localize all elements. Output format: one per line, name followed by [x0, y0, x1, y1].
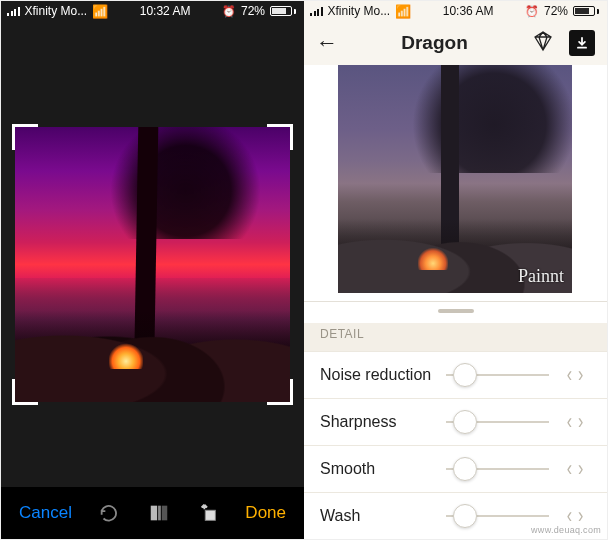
- phone-left: Xfinity Mo... 📶 10:32 AM ⏰ 72%: [1, 1, 304, 539]
- watermark-label: Painnt: [518, 266, 564, 287]
- crop-handle-tr[interactable]: [267, 124, 293, 150]
- crop-handle-tl[interactable]: [12, 124, 38, 150]
- signal-bars-icon: [7, 6, 20, 16]
- cancel-button[interactable]: Cancel: [19, 503, 72, 523]
- undo-icon[interactable]: [97, 501, 121, 525]
- slider-label: Wash: [320, 507, 440, 525]
- value-stepper[interactable]: ‹›: [555, 460, 595, 478]
- download-button[interactable]: [569, 30, 595, 56]
- slider-row-sharpness: Sharpness‹›: [304, 398, 607, 445]
- status-bar: Xfinity Mo... 📶 10:32 AM ⏰ 72%: [1, 1, 304, 21]
- slider-label: Noise reduction: [320, 366, 440, 384]
- battery-pct-label: 72%: [544, 4, 568, 18]
- slider-track[interactable]: [446, 410, 549, 434]
- svg-rect-0: [150, 506, 156, 521]
- alarm-icon: ⏰: [222, 5, 236, 18]
- value-stepper[interactable]: ‹›: [555, 413, 595, 431]
- gem-icon[interactable]: [531, 29, 555, 57]
- settings-sheet: DETAIL Noise reduction‹›Sharpness‹›Smoot…: [304, 301, 607, 539]
- value-stepper[interactable]: ‹›: [555, 366, 595, 384]
- crop-canvas[interactable]: [1, 21, 304, 487]
- slider-thumb[interactable]: [453, 457, 477, 481]
- slider-row-noise-reduction: Noise reduction‹›: [304, 351, 607, 398]
- slider-label: Sharpness: [320, 413, 440, 431]
- page-title: Dragon: [401, 32, 468, 54]
- slider-thumb[interactable]: [453, 410, 477, 434]
- value-stepper[interactable]: ‹›: [555, 507, 595, 525]
- app-header: ← Dragon: [304, 21, 607, 65]
- wifi-icon: 📶: [395, 4, 411, 19]
- photo-preview: [15, 127, 290, 402]
- status-bar: Xfinity Mo... 📶 10:36 AM ⏰ 72%: [304, 1, 607, 21]
- battery-icon: [270, 6, 296, 16]
- wifi-icon: 📶: [92, 4, 108, 19]
- battery-pct-label: 72%: [241, 4, 265, 18]
- clock-label: 10:32 AM: [140, 4, 191, 18]
- slider-thumb[interactable]: [453, 504, 477, 528]
- crop-handle-br[interactable]: [267, 379, 293, 405]
- svg-rect-2: [161, 506, 167, 521]
- carrier-label: Xfinity Mo...: [25, 4, 88, 18]
- phone-right: Xfinity Mo... 📶 10:36 AM ⏰ 72% ← Dragon: [304, 1, 607, 539]
- slider-track[interactable]: [446, 363, 549, 387]
- battery-icon: [573, 6, 599, 16]
- alarm-icon: ⏰: [525, 5, 539, 18]
- rotate-icon[interactable]: [196, 501, 220, 525]
- slider-label: Smooth: [320, 460, 440, 478]
- clock-label: 10:36 AM: [443, 4, 494, 18]
- slider-thumb[interactable]: [453, 363, 477, 387]
- slider-row-smooth: Smooth‹›: [304, 445, 607, 492]
- done-button[interactable]: Done: [245, 503, 286, 523]
- signal-bars-icon: [310, 6, 323, 16]
- slider-track[interactable]: [446, 457, 549, 481]
- back-button[interactable]: ←: [316, 30, 338, 56]
- crop-handle-bl[interactable]: [12, 379, 38, 405]
- section-header-detail: DETAIL: [304, 323, 607, 351]
- crop-frame[interactable]: [15, 127, 290, 402]
- filter-preview-image[interactable]: Painnt: [338, 65, 572, 293]
- editor-toolbar: Cancel Done: [1, 487, 304, 539]
- svg-rect-3: [205, 510, 215, 520]
- filter-preview-area: Painnt: [304, 65, 607, 301]
- carrier-label: Xfinity Mo...: [328, 4, 391, 18]
- svg-rect-1: [158, 506, 161, 521]
- sheet-grabber[interactable]: [438, 309, 474, 313]
- filters-icon[interactable]: [147, 501, 171, 525]
- source-watermark: www.deuaq.com: [531, 525, 601, 535]
- dual-screenshot: Xfinity Mo... 📶 10:32 AM ⏰ 72%: [0, 0, 608, 540]
